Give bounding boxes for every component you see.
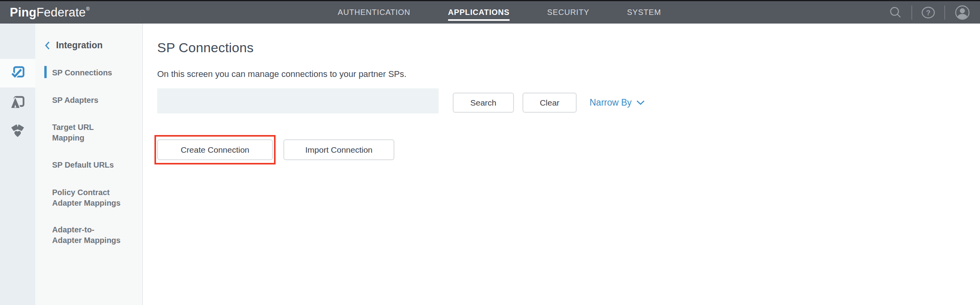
mappings-icon[interactable] bbox=[11, 124, 25, 138]
sp-adapters-icon[interactable] bbox=[11, 95, 25, 110]
sidebar-item-target-url-mapping[interactable]: Target URL Mapping bbox=[52, 122, 94, 143]
active-item-indicator bbox=[44, 66, 47, 78]
help-icon[interactable]: ? bbox=[921, 6, 935, 19]
sidebar-icon-rail bbox=[0, 24, 35, 305]
chevron-down-icon bbox=[636, 100, 645, 105]
account-icon[interactable] bbox=[954, 4, 971, 21]
narrow-by-dropdown[interactable]: Narrow By bbox=[590, 93, 645, 113]
chevron-left-icon bbox=[45, 41, 50, 50]
narrow-by-label: Narrow By bbox=[590, 97, 632, 108]
sidebar-item-adapter-to-adapter-mappings[interactable]: Adapter-to- Adapter Mappings bbox=[52, 225, 120, 246]
search-button[interactable]: Search bbox=[453, 93, 514, 113]
sidebar-item-sp-default-urls[interactable]: SP Default URLs bbox=[52, 160, 114, 170]
search-icon[interactable] bbox=[889, 6, 902, 19]
create-connection-button[interactable]: Create Connection bbox=[157, 139, 273, 160]
sidebar-item-sp-adapters[interactable]: SP Adapters bbox=[52, 95, 98, 106]
main-content: SP Connections On this screen you can ma… bbox=[143, 24, 980, 305]
sidebar-nav-panel: Integration SP Connections SP Adapters T… bbox=[35, 24, 143, 305]
main-nav: AUTHENTICATION APPLICATIONS SECURITY SYS… bbox=[0, 1, 980, 24]
nav-tab-system[interactable]: SYSTEM bbox=[627, 8, 661, 21]
sidebar-item-sp-connections[interactable]: SP Connections bbox=[52, 68, 112, 78]
sidebar-back-integration[interactable]: Integration bbox=[35, 40, 103, 51]
header-divider bbox=[944, 5, 945, 20]
svg-text:?: ? bbox=[926, 9, 931, 16]
search-input[interactable] bbox=[157, 88, 439, 113]
nav-tab-security[interactable]: SECURITY bbox=[547, 8, 590, 21]
nav-tab-applications[interactable]: APPLICATIONS bbox=[448, 8, 510, 21]
sidebar-section-label: Integration bbox=[56, 40, 103, 51]
clear-button[interactable]: Clear bbox=[523, 93, 577, 113]
sidebar-item-policy-contract-adapter-mappings[interactable]: Policy Contract Adapter Mappings bbox=[52, 187, 120, 208]
header-icon-group: ? bbox=[889, 1, 971, 24]
pingfederate-admin-console: PingFederate® AUTHENTICATION APPLICATION… bbox=[0, 0, 980, 305]
top-header-bar: PingFederate® AUTHENTICATION APPLICATION… bbox=[0, 1, 980, 24]
page-description: On this screen you can manage connection… bbox=[157, 69, 407, 79]
nav-tab-authentication[interactable]: AUTHENTICATION bbox=[338, 8, 410, 21]
sp-connections-icon[interactable] bbox=[11, 66, 25, 80]
page-title: SP Connections bbox=[157, 40, 254, 55]
import-connection-button[interactable]: Import Connection bbox=[283, 139, 394, 160]
header-divider bbox=[911, 5, 912, 20]
